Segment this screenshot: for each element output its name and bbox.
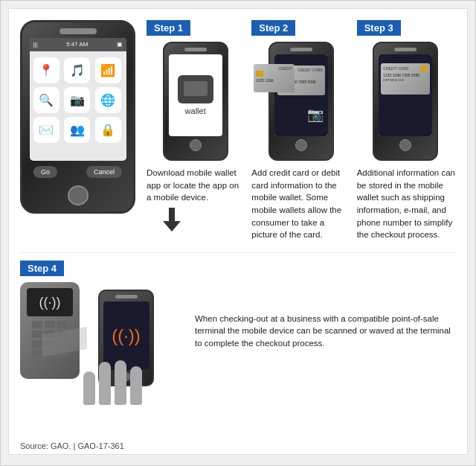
card-chip-step3 — [420, 66, 428, 71]
step1-description: Download mobile wallet app or locate the… — [147, 167, 245, 204]
card-num-partial: 1235 1266 — [256, 78, 292, 83]
step1-phone: wallet — [163, 42, 230, 161]
phone-icons-grid: 📍 🎵 📶 🔍 📷 🌐 ✉️ 👥 🔒 — [30, 51, 126, 149]
app-icon-camera: 📷 — [64, 87, 90, 113]
hand-fingers — [83, 360, 142, 405]
finger-3 — [115, 360, 126, 405]
steps-columns: Step 1 wallet — [147, 20, 456, 241]
home-button — [68, 185, 89, 205]
step3-column: Step 3 CREDIT CARD — [357, 20, 456, 241]
card-step3: CREDIT CARD 1235 1266 7385 5088 EXP 08/1… — [381, 63, 430, 95]
step1-screen: wallet — [169, 54, 222, 136]
arrow-down-icon — [161, 208, 182, 232]
card-chip-partial — [256, 71, 263, 77]
step2-phone-wrapper: CREDIT 1235 1266 CREDIT CARD — [268, 42, 334, 161]
app-icon-globe: 🌐 — [95, 87, 121, 113]
phone-speaker — [60, 28, 97, 34]
step2-label: Step 2 — [251, 20, 295, 36]
app-icon-wifi: 📶 — [95, 57, 121, 83]
card-extra-step3: EXP 08/16 CVV — [383, 78, 428, 82]
card-number-step3: 1235 1266 7385 5088 — [383, 73, 428, 77]
step1-label: Step 1 — [147, 20, 190, 36]
card-top-step3: CREDIT CARD — [383, 66, 428, 71]
step4-column: Step 4 ((·)) — [20, 261, 184, 401]
step3-home-btn — [399, 139, 411, 151]
cancel-button: Cancel — [86, 166, 122, 178]
held-phone-speaker — [115, 295, 138, 299]
app-icon-mail: ✉️ — [33, 117, 60, 143]
step4-description: When checking-out at a business with a c… — [195, 313, 456, 350]
big-phone-illustration: ||| 5:47 AM ▣ 📍 🎵 📶 🔍 📷 🌐 ✉️ 👥 🔒 — [20, 20, 139, 214]
big-phone-screen: ||| 5:47 AM ▣ 📍 🎵 📶 🔍 📷 🌐 ✉️ 👥 🔒 — [30, 38, 126, 162]
app-icon-contacts: 👥 — [64, 117, 90, 143]
signal-icon: ||| — [33, 41, 38, 48]
download-arrow — [147, 208, 182, 232]
pos-screen: ((·)) — [27, 288, 73, 316]
finger-4 — [130, 366, 142, 405]
wallet-icon — [178, 75, 213, 103]
step2-speaker — [290, 48, 312, 51]
pos-key-2 — [45, 321, 55, 328]
hand-holding-phone: ((·)) — [83, 290, 180, 401]
step3-label: Step 3 — [357, 20, 401, 36]
step3-speaker — [394, 48, 416, 51]
partial-card: CREDIT 1235 1266 — [254, 64, 295, 92]
step2-phone-area: CREDIT 1235 1266 CREDIT CARD — [251, 42, 350, 161]
app-icon-map: 📍 — [33, 57, 60, 83]
app-icon-search: 🔍 — [33, 87, 60, 113]
finger-2 — [99, 362, 111, 405]
step2-description: Add credit card or debit card informatio… — [251, 167, 350, 241]
step3-screen-inner: CREDIT CARD 1235 1266 7385 5088 EXP 08/1… — [379, 54, 432, 136]
step4-label: Step 4 — [20, 261, 64, 276]
phone-status-bar: ||| 5:47 AM ▣ — [30, 38, 126, 51]
step1-phone-area: wallet — [147, 42, 245, 161]
source-footer: Source: GAO. | GAO-17-361 — [20, 441, 124, 450]
wallet-icon-wrapper: wallet — [178, 75, 213, 115]
bottom-row: Step 4 ((·)) — [20, 252, 456, 401]
top-row: ||| 5:47 AM ▣ 📍 🎵 📶 🔍 📷 🌐 ✉️ 👥 🔒 — [20, 20, 456, 241]
step3-screen: CREDIT CARD 1235 1266 7385 5088 EXP 08/1… — [379, 54, 432, 136]
step3-phone: CREDIT CARD 1235 1266 7385 5088 EXP 08/1… — [373, 42, 440, 161]
main-container: ||| 5:47 AM ▣ 📍 🎵 📶 🔍 📷 🌐 ✉️ 👥 🔒 — [8, 8, 468, 455]
camera-icon-step2: 📷 — [307, 106, 324, 123]
pos-key-1 — [32, 321, 42, 328]
step3-description: Additional information can be stored in … — [357, 167, 456, 241]
step1-home-btn — [190, 139, 202, 151]
step1-column: Step 1 wallet — [147, 20, 245, 241]
pos-wifi-icon: ((·)) — [39, 295, 61, 310]
app-icon-lock: 🔒 — [95, 117, 121, 143]
wallet-label: wallet — [185, 106, 206, 115]
step3-phone-area: CREDIT CARD 1235 1266 7385 5088 EXP 08/1… — [357, 42, 456, 161]
pos-key-3 — [57, 321, 68, 328]
pos-key-4 — [32, 331, 42, 338]
pos-key-10 — [32, 350, 42, 357]
step1-speaker — [184, 48, 207, 51]
phone-bottom-bar: Go Cancel — [26, 163, 129, 181]
step4-devices: ((·)) — [20, 282, 184, 401]
held-phone-wifi-icon: ((·)) — [112, 325, 141, 346]
pos-key-7 — [32, 340, 42, 348]
app-icon-music: 🎵 — [64, 57, 90, 83]
card-logo-step3: CREDIT CARD — [383, 66, 408, 71]
go-button: Go — [33, 166, 57, 178]
finger-1 — [83, 371, 95, 405]
step2-phone: CREDIT CARD 1235 1266 7985 5088 📷 — [268, 42, 335, 161]
time-display: 5:47 AM — [66, 41, 88, 48]
step2-home-btn — [295, 139, 307, 151]
step2-column: Step 2 CREDIT 1235 1266 — [251, 20, 350, 241]
battery-icon: ▣ — [117, 41, 123, 48]
